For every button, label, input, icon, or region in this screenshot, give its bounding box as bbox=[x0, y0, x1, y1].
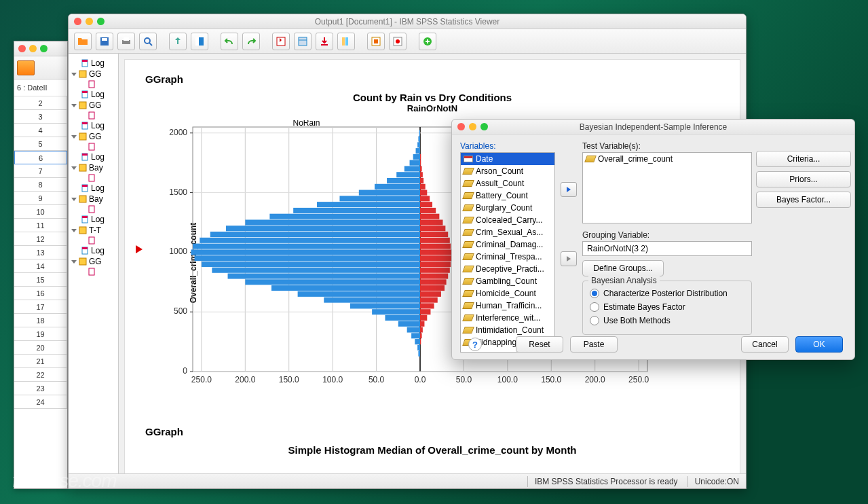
designate-button[interactable] bbox=[389, 33, 407, 50]
outline-folder[interactable]: GG bbox=[69, 256, 118, 267]
row-number[interactable]: 20 bbox=[14, 341, 67, 355]
define-groups-button[interactable]: Define Groups... bbox=[582, 260, 664, 276]
variable-item[interactable]: Human_Trafficin... bbox=[461, 300, 554, 312]
reset-button[interactable]: Reset bbox=[516, 336, 563, 353]
outline-item[interactable] bbox=[69, 204, 118, 214]
undo-button[interactable] bbox=[221, 33, 238, 50]
variable-item[interactable]: Date bbox=[461, 153, 554, 165]
variable-item[interactable]: Gambling_Count bbox=[461, 275, 554, 287]
variable-item[interactable]: Colcealed_Carry... bbox=[461, 214, 554, 226]
row-number[interactable]: 23 bbox=[14, 382, 67, 395]
outline-folder[interactable]: GG bbox=[69, 131, 118, 142]
row-number[interactable]: 7 bbox=[14, 164, 67, 178]
open-icon[interactable] bbox=[17, 60, 35, 75]
insert-button[interactable] bbox=[316, 33, 333, 50]
close-icon[interactable] bbox=[74, 18, 81, 25]
variable-item[interactable]: Criminal_Damag... bbox=[461, 238, 554, 251]
ok-button[interactable]: OK bbox=[795, 336, 843, 353]
row-number[interactable]: 4 bbox=[14, 124, 67, 137]
variable-item[interactable]: Homicide_Count bbox=[461, 287, 554, 300]
minimize-icon[interactable] bbox=[469, 123, 476, 130]
outline-log[interactable]: Log bbox=[69, 183, 118, 194]
row-number[interactable]: 16 bbox=[14, 287, 67, 300]
row-number[interactable]: 21 bbox=[14, 355, 67, 368]
row-number[interactable]: 3 bbox=[14, 110, 67, 124]
row-number[interactable]: 17 bbox=[14, 300, 67, 314]
outline-log[interactable]: Log bbox=[69, 214, 118, 225]
maximize-icon[interactable] bbox=[97, 18, 105, 25]
outline-pane[interactable]: LogGGLogGGLogGGLogBayLogBayLogT-TLogGG bbox=[69, 54, 119, 473]
variables-listbox[interactable]: DateArson_CountAssult_CountBattery_Count… bbox=[460, 152, 555, 353]
goto-case-button[interactable] bbox=[294, 33, 312, 50]
select-button[interactable] bbox=[367, 33, 385, 50]
export-button[interactable] bbox=[169, 33, 187, 50]
variable-item[interactable]: Crim_Sexual_As... bbox=[461, 226, 554, 238]
add-button[interactable] bbox=[419, 33, 436, 50]
minimize-icon[interactable] bbox=[29, 45, 37, 52]
outline-folder[interactable]: Bay bbox=[69, 194, 118, 204]
goto-data-button[interactable] bbox=[272, 33, 290, 50]
radio-posterior[interactable]: Characterize Posterior Distribution bbox=[590, 287, 744, 300]
save-button[interactable] bbox=[96, 33, 113, 50]
row-number[interactable]: 15 bbox=[14, 273, 67, 287]
outline-log[interactable]: Log bbox=[69, 151, 118, 162]
row-number[interactable]: 8 bbox=[14, 178, 67, 192]
outline-log[interactable]: Log bbox=[69, 245, 118, 256]
help-button[interactable]: ? bbox=[468, 338, 482, 351]
outline-item[interactable] bbox=[69, 111, 118, 120]
row-number[interactable]: 10 bbox=[14, 205, 67, 219]
print-preview-button[interactable] bbox=[139, 33, 157, 50]
close-icon[interactable] bbox=[18, 45, 26, 52]
outline-item[interactable] bbox=[69, 173, 118, 183]
redo-button[interactable] bbox=[242, 33, 260, 50]
test-variables-listbox[interactable]: Overall_crime_count bbox=[582, 152, 752, 223]
close-icon[interactable] bbox=[457, 123, 465, 130]
variable-item[interactable]: Interference_wit... bbox=[461, 312, 554, 324]
variable-item[interactable]: Assult_Count bbox=[461, 177, 554, 190]
move-to-grouping-button[interactable] bbox=[561, 251, 577, 266]
variable-item[interactable]: Deceptive_Practi... bbox=[461, 263, 554, 275]
outline-item[interactable] bbox=[69, 79, 118, 89]
cancel-button[interactable]: Cancel bbox=[741, 336, 789, 353]
criteria-button[interactable]: Criteria... bbox=[756, 151, 851, 167]
grouping-variable-input[interactable] bbox=[582, 241, 752, 256]
dialog-recall-button[interactable] bbox=[191, 33, 208, 50]
row-number[interactable]: 14 bbox=[14, 259, 67, 273]
maximize-icon[interactable] bbox=[480, 123, 488, 130]
radio-both-methods[interactable]: Use Both Methods bbox=[590, 314, 744, 327]
row-number[interactable]: 12 bbox=[14, 232, 67, 246]
row-number[interactable]: 19 bbox=[14, 327, 67, 341]
variables-button[interactable] bbox=[337, 33, 355, 50]
print-button[interactable] bbox=[117, 33, 135, 50]
outline-log[interactable]: Log bbox=[69, 89, 118, 100]
minimize-icon[interactable] bbox=[86, 18, 93, 25]
row-number[interactable]: 5 bbox=[14, 137, 67, 151]
row-number[interactable]: 11 bbox=[14, 219, 67, 232]
open-button[interactable] bbox=[74, 33, 92, 50]
row-number[interactable]: 18 bbox=[14, 314, 67, 327]
outline-folder[interactable]: Bay bbox=[69, 162, 118, 173]
outline-log[interactable]: Log bbox=[69, 58, 118, 69]
row-number[interactable]: 24 bbox=[14, 395, 67, 409]
row-number[interactable]: 6 bbox=[14, 151, 67, 164]
bayes-factor-button[interactable]: Bayes Factor... bbox=[756, 192, 851, 208]
radio-bayes-factor[interactable]: Estimate Bayes Factor bbox=[590, 300, 744, 314]
variable-item[interactable]: Criminal_Trespa... bbox=[461, 251, 554, 263]
variable-item[interactable]: Arson_Count bbox=[461, 165, 554, 177]
row-number[interactable]: 2 bbox=[14, 96, 67, 110]
outline-folder[interactable]: T-T bbox=[69, 225, 118, 236]
outline-folder[interactable]: GG bbox=[69, 69, 118, 79]
move-to-test-button[interactable] bbox=[561, 182, 577, 197]
outline-item[interactable] bbox=[69, 142, 118, 151]
maximize-icon[interactable] bbox=[40, 45, 48, 52]
row-number[interactable]: 9 bbox=[14, 192, 67, 205]
outline-folder[interactable]: GG bbox=[69, 100, 118, 111]
priors-button[interactable]: Priors... bbox=[756, 171, 851, 187]
row-number[interactable]: 13 bbox=[14, 246, 67, 259]
test-variable-item[interactable]: Overall_crime_count bbox=[583, 153, 751, 165]
variable-item[interactable]: Intimidation_Count bbox=[461, 324, 554, 336]
outline-log[interactable]: Log bbox=[69, 120, 118, 131]
outline-item[interactable] bbox=[69, 236, 118, 245]
outline-item[interactable] bbox=[69, 267, 118, 276]
paste-button[interactable]: Paste bbox=[570, 336, 618, 353]
